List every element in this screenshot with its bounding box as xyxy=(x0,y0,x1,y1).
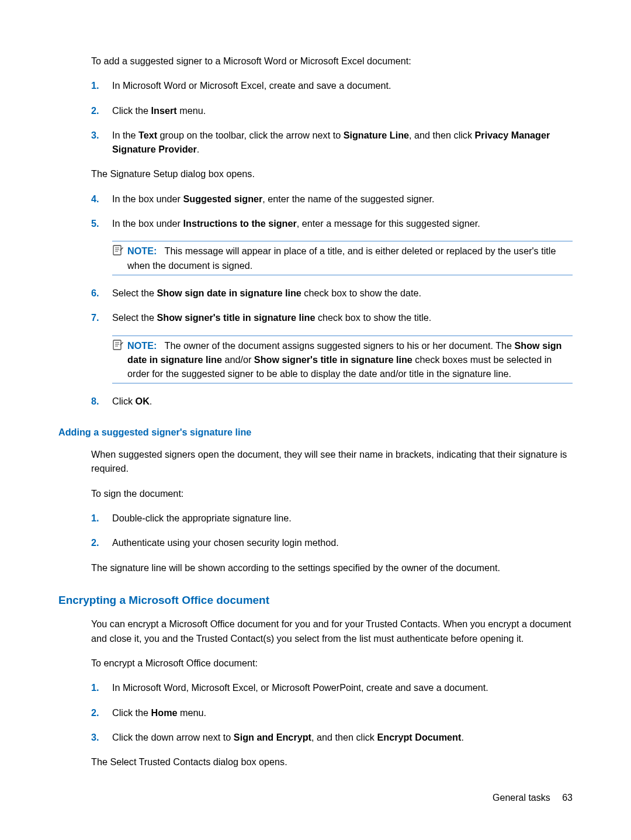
intro-paragraph: To add a suggested signer to a Microsoft… xyxy=(91,54,573,68)
step-text: Click the down arrow next to Sign and En… xyxy=(112,730,573,744)
page-footer: General tasks 63 xyxy=(493,791,573,805)
sub-paragraph: The signature line will be shown accordi… xyxy=(91,561,573,575)
step-text: In Microsoft Word, Microsoft Excel, or M… xyxy=(112,680,573,694)
note-text: The owner of the document assigns sugges… xyxy=(127,340,561,379)
note-body: NOTE: This message will appear in place … xyxy=(127,244,573,272)
note-text: This message will appear in place of a t… xyxy=(127,246,556,270)
step-text: Double-click the appropriate signature l… xyxy=(112,511,573,525)
steps-list-a: 1. In Microsoft Word or Microsoft Excel,… xyxy=(91,78,573,156)
step-number: 4. xyxy=(91,192,112,206)
steps-list-a-cont: 4. In the box under Suggested signer, en… xyxy=(91,192,573,231)
step-number: 2. xyxy=(91,103,112,117)
step-number: 3. xyxy=(91,128,112,142)
step-text: Click OK. xyxy=(112,394,573,408)
step-number: 5. xyxy=(91,216,112,230)
note-icon xyxy=(112,338,127,351)
note-body: NOTE: The owner of the document assigns … xyxy=(127,338,573,381)
steps-list-a-cont3: 8. Click OK. xyxy=(91,394,573,408)
note-label: NOTE: xyxy=(127,340,157,351)
note-label: NOTE: xyxy=(127,246,157,256)
step-number: 3. xyxy=(91,730,112,744)
section-b-body: When suggested signers open the document… xyxy=(91,447,573,575)
note-box: NOTE: This message will appear in place … xyxy=(112,241,573,275)
note-box: NOTE: The owner of the document assigns … xyxy=(112,336,573,384)
paragraph: When suggested signers open the document… xyxy=(91,447,573,476)
step-text: In Microsoft Word or Microsoft Excel, cr… xyxy=(112,78,573,92)
step-text: In the box under Suggested signer, enter… xyxy=(112,192,573,206)
step-text: In the box under Instructions to the sig… xyxy=(112,216,573,230)
sub-paragraph: The Signature Setup dialog box opens. xyxy=(91,167,573,181)
paragraph: To encrypt a Microsoft Office document: xyxy=(91,656,573,670)
step-number: 6. xyxy=(91,286,112,300)
steps-list-c: 1. In Microsoft Word, Microsoft Excel, o… xyxy=(91,680,573,744)
sub-paragraph: The Select Trusted Contacts dialog box o… xyxy=(91,755,573,769)
step-number: 1. xyxy=(91,511,112,525)
step-text: Authenticate using your chosen security … xyxy=(112,535,573,549)
paragraph: To sign the document: xyxy=(91,486,573,500)
note-icon xyxy=(112,244,127,256)
step-text: Select the Show signer's title in signat… xyxy=(112,310,573,324)
step-number: 7. xyxy=(91,310,112,324)
step-number: 8. xyxy=(91,394,112,408)
step-text: Click the Insert menu. xyxy=(112,103,573,117)
step-number: 1. xyxy=(91,680,112,694)
step-text: In the Text group on the toolbar, click … xyxy=(112,128,573,157)
paragraph: You can encrypt a Microsoft Office docum… xyxy=(91,617,573,645)
page: To add a suggested signer to a Microsoft… xyxy=(0,0,631,840)
section-c-body: You can encrypt a Microsoft Office docum… xyxy=(91,617,573,769)
footer-section: General tasks xyxy=(493,793,550,803)
subsection-heading: Adding a suggested signer's signature li… xyxy=(58,425,573,439)
step-number: 2. xyxy=(91,535,112,549)
steps-list-a-cont2: 6. Select the Show sign date in signatur… xyxy=(91,286,573,325)
body-content: To add a suggested signer to a Microsoft… xyxy=(91,54,573,409)
step-number: 2. xyxy=(91,706,112,720)
steps-list-b: 1. Double-click the appropriate signatur… xyxy=(91,511,573,550)
step-text: Select the Show sign date in signature l… xyxy=(112,286,573,300)
footer-page-number: 63 xyxy=(562,793,573,803)
section-heading: Encrypting a Microsoft Office document xyxy=(58,592,573,609)
step-number: 1. xyxy=(91,78,112,92)
step-text: Click the Home menu. xyxy=(112,706,573,720)
